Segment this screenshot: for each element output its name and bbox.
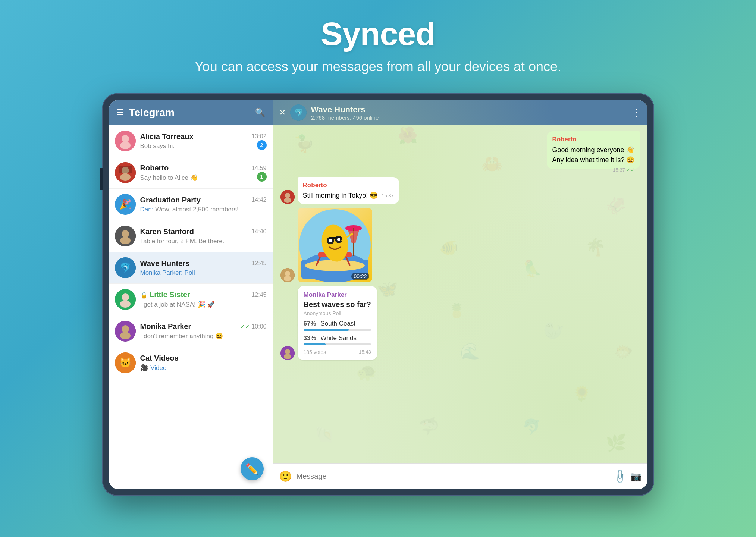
chat-info-catvideos: Cat Videos 🎥 Video	[140, 354, 267, 372]
chat-info-littlesister: 🔒 Little Sister 12:45 I got a job at NAS…	[140, 291, 267, 308]
avatar-roberto-small	[280, 190, 295, 204]
svg-point-55	[305, 260, 365, 271]
poll-bar-track-1	[304, 329, 371, 331]
avatar-littlesister	[115, 289, 136, 310]
poll-question: Best waves so far?	[304, 300, 371, 309]
close-icon[interactable]: ✕	[279, 108, 286, 117]
chat-preview-graduation: Dan: Wow, almost 2,500 members!	[140, 206, 239, 213]
svg-point-47	[285, 193, 290, 198]
chat-area: 🦆 🐸 🌺 🦀 🐙 🦑 🌸 🦋 🐠 🦜 🌴 🦩 🐢 🌊 🦭 🐡	[273, 100, 647, 489]
chat-item-wavehunters[interactable]: 🐬 Wave Hunters 12:45 Monika Parker: Poll	[109, 252, 273, 284]
emoji-button[interactable]: 🙂	[279, 470, 292, 483]
msg-time-outgoing-1: 15:37 ✓✓	[613, 167, 634, 173]
hamburger-icon[interactable]: ☰	[116, 108, 124, 117]
chat-preview-wavehunters: Monika Parker: Poll	[140, 269, 195, 276]
chat-name-roberto: Roberto	[140, 164, 169, 172]
chat-item-catvideos[interactable]: 🐱 Cat Videos 🎥 Video	[109, 347, 273, 379]
avatar-monika-small	[280, 346, 295, 360]
avatar-monika	[115, 321, 136, 342]
message-incoming-roberto: Roberto Still morning in Tokyo! 😎 15:37	[280, 177, 640, 204]
chat-name-graduation: Graduation Party	[140, 196, 201, 204]
svg-point-50	[285, 271, 290, 276]
svg-text:🐬: 🐬	[120, 262, 131, 273]
tablet-screen: ☰ Telegram 🔍	[109, 100, 647, 489]
svg-rect-6	[119, 166, 132, 173]
sidebar-header-left: ☰ Telegram	[116, 107, 175, 119]
chat-header-avatar: 🐬	[290, 104, 307, 121]
chat-item-graduation[interactable]: 🎉 Graduation Party 14:42 Dan: Wow, almos…	[109, 189, 273, 220]
chat-preview-littlesister: I got a job at NASA! 🎉 🚀	[140, 301, 215, 308]
poll-bar-fill-1	[304, 329, 349, 331]
chat-name-littlesister: 🔒 Little Sister	[140, 291, 190, 299]
avatar-roberto	[115, 162, 136, 183]
svg-point-18	[122, 325, 129, 333]
chat-preview-karen: Table for four, 2 PM. Be there.	[140, 238, 225, 245]
sticker-image: 00:22	[298, 208, 372, 282]
input-bar: 🙂 📎 📷	[273, 463, 647, 489]
msg-text-incoming-roberto: Still morning in Tokyo! 😎	[303, 192, 378, 199]
svg-point-5	[120, 173, 131, 181]
attach-icon[interactable]: 📎	[611, 468, 628, 485]
chat-name-karen: Karen Stanford	[140, 227, 194, 236]
avatar-wavehunters: 🐬	[115, 257, 136, 278]
poll-label-2: White Sands	[321, 335, 357, 342]
poll-bubble[interactable]: Monika Parker Best waves so far? Anonymo…	[298, 286, 377, 360]
search-icon[interactable]: 🔍	[255, 108, 265, 117]
svg-text:🎉: 🎉	[119, 198, 132, 210]
message-sticker: 00:22	[280, 208, 640, 282]
compose-button[interactable]: ✏️	[241, 457, 264, 480]
svg-text:🐱: 🐱	[119, 357, 132, 368]
svg-point-10	[122, 230, 129, 238]
chat-preview-monika: I don't remember anything 😄	[140, 333, 223, 340]
poll-option-1[interactable]: 67% South Coast	[304, 320, 371, 331]
chat-name-monika: Monika Parker	[140, 322, 191, 331]
poll-pct-1: 67%	[304, 320, 318, 327]
chat-item-monika[interactable]: Monika Parker ✓✓ 10:00 I don't remember …	[109, 315, 273, 347]
poll-footer: 185 votes 15:43	[304, 349, 371, 355]
msg-bubble-incoming-roberto: Roberto Still morning in Tokyo! 😎 15:37	[298, 177, 399, 204]
chat-preview-catvideos: 🎥 Video	[140, 364, 167, 371]
svg-point-15	[122, 293, 129, 301]
message-input[interactable]	[297, 472, 609, 481]
svg-point-1	[122, 135, 129, 142]
msg-text-outgoing-1: Good morning everyone 👋Any idea what tim…	[552, 145, 634, 165]
chat-info-monika: Monika Parker ✓✓ 10:00 I don't remember …	[140, 322, 267, 340]
avatar-catvideos: 🐱	[115, 352, 136, 373]
messages-area: Roberto Good morning everyone 👋Any idea …	[273, 125, 647, 463]
badge-roberto: 1	[257, 172, 267, 182]
chat-list: Alicia Torreaux 13:02 Bob says hi. 2	[109, 125, 273, 489]
chat-header-name: Wave Hunters	[311, 105, 627, 114]
chat-item-alicia[interactable]: Alicia Torreaux 13:02 Bob says hi. 2	[109, 125, 273, 157]
sidebar-header: ☰ Telegram 🔍	[109, 100, 273, 125]
message-poll: Monika Parker Best waves so far? Anonymo…	[280, 286, 640, 360]
msg-time-incoming-roberto: 15:37	[382, 192, 394, 199]
more-options-icon[interactable]: ⋮	[632, 107, 641, 119]
svg-point-51	[284, 276, 291, 281]
chat-time-graduation: 14:42	[251, 197, 266, 203]
svg-point-48	[284, 198, 291, 203]
chat-info-karen: Karen Stanford 14:40 Table for four, 2 P…	[140, 227, 267, 245]
msg-sender-incoming-roberto: Roberto	[303, 181, 394, 190]
chat-time-monika: ✓✓ 10:00	[240, 323, 266, 330]
poll-bar-fill-2	[304, 343, 326, 345]
svg-point-16	[120, 300, 131, 308]
app-container: ☰ Telegram 🔍	[109, 100, 647, 489]
chat-item-littlesister[interactable]: 🔒 Little Sister 12:45 I got a job at NAS…	[109, 284, 273, 315]
chat-item-karen[interactable]: Karen Stanford 14:40 Table for four, 2 P…	[109, 220, 273, 252]
poll-label-1: South Coast	[321, 320, 356, 327]
avatar-karen	[115, 226, 136, 246]
svg-point-64	[337, 238, 340, 241]
chat-preview-roberto: Say hello to Alice 👋	[140, 174, 198, 181]
chat-item-roberto[interactable]: Roberto 14:59 Say hello to Alice 👋 1	[109, 157, 273, 189]
chat-time-wavehunters: 12:45	[251, 260, 266, 267]
sticker-duration: 00:22	[351, 273, 369, 280]
svg-point-2	[120, 142, 131, 149]
chat-time-littlesister: 12:45	[251, 292, 266, 298]
avatar-sticker-sender	[280, 268, 295, 282]
tablet-side-button	[100, 168, 103, 190]
poll-option-2[interactable]: 33% White Sands	[304, 335, 371, 345]
hero-subtitle: You can access your messages from all yo…	[195, 59, 561, 75]
avatar-graduation: 🎉	[115, 194, 136, 215]
chat-header-sub: 2,768 members, 496 online	[311, 114, 627, 121]
camera-icon[interactable]: 📷	[630, 471, 641, 482]
